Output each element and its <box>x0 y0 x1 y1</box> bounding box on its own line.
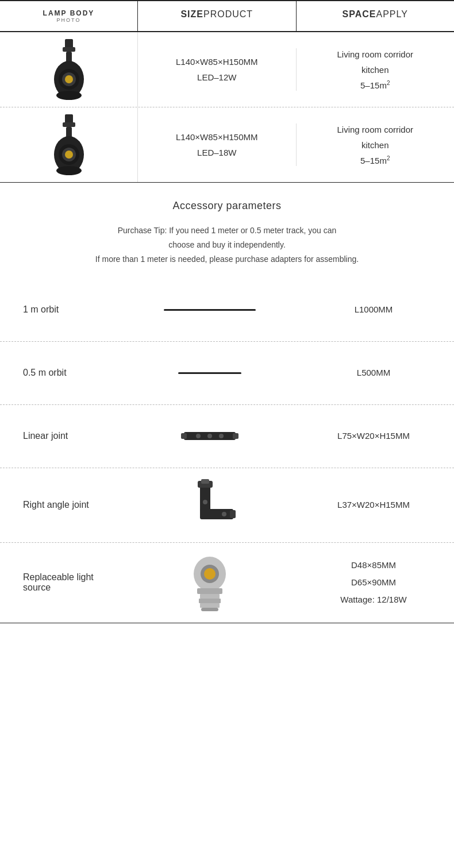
svg-rect-28 <box>230 510 236 518</box>
acc-size-05m: L500MM <box>305 364 454 381</box>
track-short-icon <box>178 370 241 376</box>
lamp-body-title: LAMP BODY <box>43 9 95 17</box>
svg-rect-8 <box>65 114 73 124</box>
acc-img-linear <box>115 422 305 450</box>
svg-rect-34 <box>197 588 222 594</box>
acc-row-light-source: Replaceable light source D48×85MM D65×90… <box>0 543 454 623</box>
acc-row-05m-orbit: 0.5 m orbit L500MM <box>0 342 454 405</box>
header-lamp-body: LAMP BODY PHOTO <box>0 1 138 31</box>
svg-point-21 <box>196 434 201 438</box>
svg-rect-20 <box>233 433 238 439</box>
acc-size-right-angle: L37×W20×H15MM <box>305 496 454 514</box>
svg-rect-35 <box>200 594 220 599</box>
space-line3-1: 5–15m2 <box>302 78 449 93</box>
lamp-body-sub: PHOTO <box>57 17 81 23</box>
light-source-icon <box>187 554 233 611</box>
svg-rect-36 <box>199 599 221 603</box>
svg-rect-0 <box>65 39 73 48</box>
right-angle-joint-icon <box>184 479 236 531</box>
tip-line3: If more than 1 meter is needed, please p… <box>11 252 443 267</box>
accessory-title: Accessory parameters <box>11 200 443 212</box>
svg-point-33 <box>204 568 216 580</box>
acc-name-light-source: Replaceable light source <box>0 572 115 593</box>
svg-point-12 <box>56 166 82 175</box>
svg-point-22 <box>207 434 212 438</box>
light-size-line1: D48×85MM <box>305 557 443 574</box>
acc-size-linear: L75×W20×H15MM <box>305 427 454 445</box>
size-line1-1: L140×W85×H150MM <box>144 54 290 70</box>
svg-rect-9 <box>63 122 75 127</box>
product-size-cell-1: L140×W85×H150MM LED–12W <box>138 48 297 91</box>
svg-rect-17 <box>178 372 241 374</box>
space-line1-2: Living room corridor <box>302 122 449 137</box>
light-size-line3: Wattage: 12/18W <box>305 591 443 608</box>
light-size-line2: D65×90MM <box>305 574 443 591</box>
lamp-image-2 <box>37 113 101 176</box>
space-bold-label: SPACE <box>343 9 376 19</box>
product-img-cell-2 <box>0 107 138 182</box>
svg-rect-26 <box>201 479 209 484</box>
lamp-image-1 <box>37 38 101 101</box>
product-row-1: L140×W85×H150MM LED–12W Living room corr… <box>0 32 454 107</box>
tip-line2: choose and buy it independently. <box>11 238 443 252</box>
svg-rect-27 <box>200 509 233 519</box>
size-bold-label: SIZE <box>180 9 203 19</box>
acc-row-right-angle: Right angle joint L37×W20×H15MM <box>0 468 454 543</box>
svg-rect-19 <box>181 433 187 439</box>
product-space-cell-2: Living room corridor kitchen 5–15m2 <box>297 116 455 174</box>
size-line1-2: L140×W85×H150MM <box>144 129 290 145</box>
svg-rect-37 <box>200 603 220 608</box>
svg-point-4 <box>56 91 82 100</box>
svg-rect-1 <box>63 47 75 52</box>
acc-name-05m: 0.5 m orbit <box>0 368 115 378</box>
svg-point-29 <box>203 500 207 504</box>
header-size: SIZEPRODUCT <box>138 1 297 31</box>
acc-size-1m: L1000MM <box>305 301 454 318</box>
size-line2-1: LED–12W <box>144 70 290 85</box>
acc-img-right-angle <box>115 479 305 531</box>
acc-name-1m: 1 m orbit <box>0 304 115 315</box>
space-line3-2: 5–15m2 <box>302 153 449 168</box>
space-normal-label: APPLY <box>376 9 408 19</box>
svg-point-7 <box>65 75 73 83</box>
acc-img-light-source <box>115 554 305 611</box>
product-space-cell-1: Living room corridor kitchen 5–15m2 <box>297 41 455 99</box>
acc-img-05m <box>115 370 305 376</box>
space-line1-1: Living room corridor <box>302 47 449 62</box>
header-space: SPACEAPPLY <box>297 1 455 31</box>
svg-point-23 <box>219 434 224 438</box>
svg-rect-16 <box>164 309 256 311</box>
acc-row-linear-joint: Linear joint L75×W20×H15MM <box>0 405 454 468</box>
acc-img-1m <box>115 307 305 313</box>
size-normal-label: PRODUCT <box>203 9 253 19</box>
product-img-cell-1 <box>0 32 138 107</box>
size-line2-2: LED–18W <box>144 145 290 160</box>
space-line2-2: kitchen <box>302 137 449 153</box>
header-row: LAMP BODY PHOTO SIZEPRODUCT SPACEAPPLY <box>0 0 454 32</box>
acc-size-light-source: D48×85MM D65×90MM Wattage: 12/18W <box>305 557 454 608</box>
acc-name-linear: Linear joint <box>0 431 115 441</box>
track-long-icon <box>164 307 256 313</box>
svg-rect-38 <box>201 608 218 611</box>
tip-line1: Purchase Tip: If you need 1 meter or 0.5… <box>11 223 443 238</box>
accessory-section: Accessory parameters Purchase Tip: If yo… <box>0 183 454 279</box>
svg-point-30 <box>222 512 226 516</box>
acc-name-right-angle: Right angle joint <box>0 500 115 510</box>
linear-joint-icon <box>181 422 238 450</box>
product-size-cell-2: L140×W85×H150MM LED–18W <box>138 124 297 166</box>
acc-row-1m-orbit: 1 m orbit L1000MM <box>0 279 454 342</box>
purchase-tip: Purchase Tip: If you need 1 meter or 0.5… <box>11 223 443 267</box>
svg-point-15 <box>65 151 73 159</box>
product-row-2: L140×W85×H150MM LED–18W Living room corr… <box>0 107 454 183</box>
space-line2-1: kitchen <box>302 62 449 78</box>
